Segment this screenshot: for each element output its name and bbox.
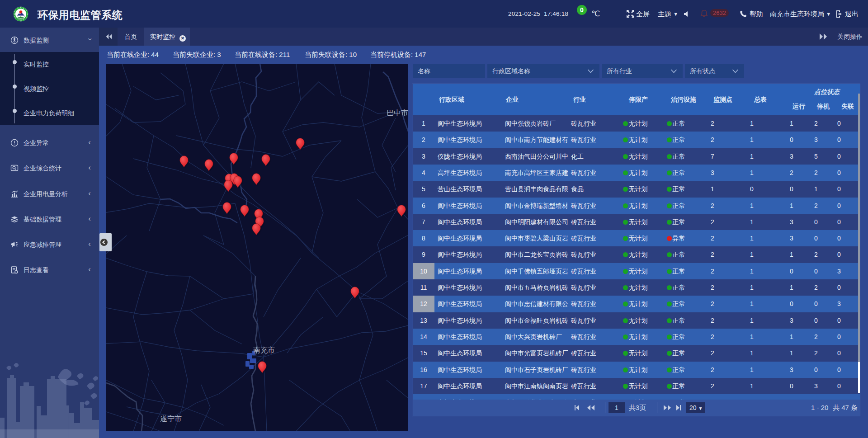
- svg-text:巴中市: 巴中市: [387, 109, 408, 117]
- svg-text:遂宁市: 遂宁市: [160, 415, 182, 423]
- svg-text:南充市: 南充市: [253, 346, 275, 354]
